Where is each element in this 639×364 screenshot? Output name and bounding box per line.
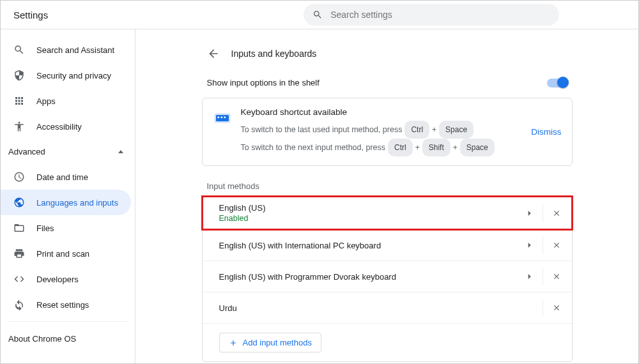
sidebar-section-advanced[interactable]: Advanced bbox=[1, 139, 135, 164]
accessibility-icon bbox=[13, 121, 25, 132]
sidebar-item-reset[interactable]: Reset settings bbox=[1, 292, 131, 317]
sidebar-item-label: Reset settings bbox=[36, 300, 89, 310]
add-input-methods-button[interactable]: Add input methods bbox=[219, 333, 321, 353]
info-line-2: To switch to the next input method, pres… bbox=[241, 139, 523, 156]
sidebar-item-developers[interactable]: Developers bbox=[1, 266, 131, 292]
sidebar-item-label: Security and privacy bbox=[36, 71, 111, 80]
sidebar-item-search-assistant[interactable]: Search and Assistant bbox=[1, 37, 131, 63]
sidebar-item-label: About Chrome OS bbox=[8, 334, 76, 344]
keyboard-shortcut-card: Keyboard shortcut available To switch to… bbox=[202, 98, 573, 166]
keyboard-icon bbox=[213, 109, 232, 128]
header-title: Settings bbox=[7, 10, 48, 20]
plus-icon: + bbox=[432, 122, 436, 137]
close-icon[interactable] bbox=[552, 303, 561, 312]
sidebar-item-label: Developers bbox=[36, 275, 79, 284]
input-method-row[interactable]: English (US) Enabled bbox=[203, 197, 572, 229]
shelf-toggle[interactable] bbox=[547, 79, 567, 87]
input-method-name: English (US) bbox=[219, 203, 517, 213]
sidebar-item-label: Accessibility bbox=[36, 122, 82, 132]
info-title: Keyboard shortcut available bbox=[241, 107, 523, 117]
input-methods-list: English (US) Enabled English (US) with I… bbox=[202, 196, 573, 362]
sidebar-item-label: Print and scan bbox=[36, 249, 89, 259]
search-icon bbox=[13, 44, 25, 56]
sidebar-item-print-scan[interactable]: Print and scan bbox=[1, 241, 131, 266]
reset-icon bbox=[13, 299, 25, 310]
search-input[interactable] bbox=[330, 10, 550, 20]
add-input-row: Add input methods bbox=[203, 323, 572, 361]
sidebar-item-label: Apps bbox=[36, 96, 56, 106]
shelf-option-row: Show input options in the shelf bbox=[202, 66, 573, 93]
info-body: Keyboard shortcut available To switch to… bbox=[241, 107, 523, 156]
key-badge: Space bbox=[439, 121, 473, 139]
layout: Search and Assistant Security and privac… bbox=[1, 29, 638, 363]
content: Inputs and keyboards Show input options … bbox=[202, 29, 573, 363]
sidebar-item-about[interactable]: About Chrome OS bbox=[1, 326, 135, 351]
input-method-name: English (US) with International PC keybo… bbox=[219, 241, 517, 250]
plus-icon bbox=[229, 338, 238, 347]
chevron-right-icon[interactable] bbox=[525, 209, 534, 218]
page-header: Inputs and keyboards bbox=[202, 41, 573, 66]
sidebar-section-label: Advanced bbox=[8, 147, 45, 156]
shield-icon bbox=[13, 70, 25, 81]
chevron-right-icon[interactable] bbox=[525, 272, 534, 281]
info-text: To switch to the next input method, pres… bbox=[241, 140, 386, 155]
folder-icon bbox=[13, 222, 25, 234]
sidebar-item-apps[interactable]: Apps bbox=[1, 88, 131, 114]
sidebar: Search and Assistant Security and privac… bbox=[1, 29, 135, 363]
dismiss-button[interactable]: Dismiss bbox=[531, 127, 561, 137]
sidebar-item-label: Date and time bbox=[36, 172, 88, 182]
key-badge: Ctrl bbox=[404, 121, 429, 139]
info-line-1: To switch to the last used input method,… bbox=[241, 121, 523, 139]
close-icon[interactable] bbox=[552, 272, 561, 281]
shelf-option-label: Show input options in the shelf bbox=[207, 78, 320, 87]
plus-icon: + bbox=[453, 140, 458, 155]
input-method-name: Urdu bbox=[219, 303, 517, 313]
input-method-row[interactable]: Urdu bbox=[203, 292, 572, 323]
clock-icon bbox=[13, 171, 25, 183]
input-method-row[interactable]: English (US) with International PC keybo… bbox=[203, 229, 572, 261]
search-bar[interactable] bbox=[304, 4, 559, 26]
svg-rect-3 bbox=[220, 117, 222, 119]
sidebar-item-label: Search and Assistant bbox=[36, 45, 114, 55]
svg-rect-4 bbox=[224, 117, 226, 119]
sidebar-item-label: Languages and inputs bbox=[36, 198, 118, 208]
sidebar-item-security[interactable]: Security and privacy bbox=[1, 63, 131, 88]
code-icon bbox=[13, 273, 25, 285]
divider bbox=[8, 321, 127, 322]
page-title: Inputs and keyboards bbox=[231, 49, 317, 59]
input-method-status: Enabled bbox=[219, 214, 517, 223]
sidebar-item-label: Files bbox=[36, 224, 54, 233]
print-icon bbox=[13, 248, 25, 259]
app-header: Settings bbox=[1, 1, 638, 29]
close-icon[interactable] bbox=[552, 209, 561, 218]
key-badge: Ctrl bbox=[388, 139, 413, 156]
svg-rect-2 bbox=[217, 117, 219, 119]
sidebar-item-accessibility[interactable]: Accessibility bbox=[1, 114, 131, 139]
add-button-label: Add input methods bbox=[243, 338, 312, 347]
info-text: To switch to the last used input method,… bbox=[241, 122, 403, 137]
globe-icon bbox=[13, 197, 25, 208]
chevron-right-icon[interactable] bbox=[525, 241, 534, 250]
main-panel: Inputs and keyboards Show input options … bbox=[135, 29, 638, 363]
input-methods-label: Input methods bbox=[202, 166, 573, 196]
input-method-row[interactable]: English (US) with Programmer Dvorak keyb… bbox=[203, 261, 572, 292]
sidebar-item-files[interactable]: Files bbox=[1, 215, 131, 241]
chevron-up-icon bbox=[118, 150, 123, 153]
sidebar-item-date-time[interactable]: Date and time bbox=[1, 164, 131, 190]
close-icon[interactable] bbox=[552, 241, 561, 250]
search-icon bbox=[312, 10, 323, 20]
back-arrow-icon[interactable] bbox=[207, 47, 220, 60]
key-badge: Space bbox=[460, 139, 495, 156]
key-badge: Shift bbox=[422, 139, 450, 156]
apps-icon bbox=[13, 95, 25, 107]
sidebar-item-languages-inputs[interactable]: Languages and inputs bbox=[1, 190, 131, 215]
input-method-name: English (US) with Programmer Dvorak keyb… bbox=[219, 272, 517, 282]
plus-icon: + bbox=[415, 140, 420, 155]
